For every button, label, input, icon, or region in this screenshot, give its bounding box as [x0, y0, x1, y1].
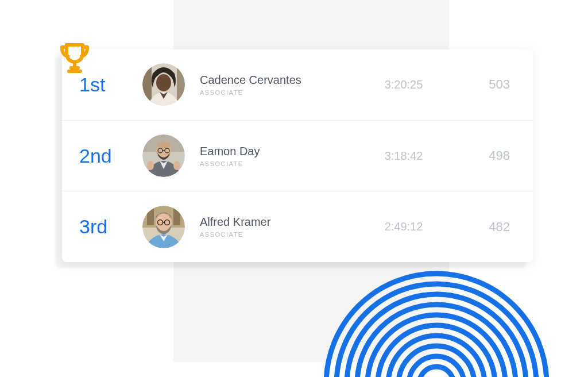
rank-label: 2nd	[79, 145, 142, 167]
person-info: Eamon Day ASSOCIATE	[200, 145, 361, 167]
svg-rect-28	[147, 208, 154, 225]
person-role: ASSOCIATE	[200, 231, 361, 238]
leaderboard-row: 3rd	[62, 191, 533, 262]
rank-label: 3rd	[79, 216, 142, 238]
svg-point-14	[156, 74, 171, 91]
time-value: 3:20:25	[361, 78, 447, 91]
score-value: 498	[447, 148, 510, 163]
svg-rect-13	[177, 63, 185, 106]
person-name: Cadence Cervantes	[200, 74, 361, 87]
person-name: Eamon Day	[200, 145, 361, 158]
avatar	[142, 134, 185, 177]
time-value: 3:18:42	[361, 149, 447, 163]
score-value: 503	[447, 77, 510, 92]
leaderboard-card: 1st Cade	[62, 49, 533, 262]
svg-point-0	[419, 367, 454, 377]
trophy-icon	[59, 41, 91, 77]
person-role: ASSOCIATE	[200, 89, 361, 96]
leaderboard-row: 1st Cade	[62, 49, 533, 121]
svg-rect-29	[173, 208, 180, 225]
person-role: ASSOCIATE	[200, 160, 361, 167]
svg-point-24	[173, 161, 180, 170]
svg-point-19	[157, 141, 171, 148]
avatar	[142, 63, 185, 106]
person-info: Cadence Cervantes ASSOCIATE	[200, 74, 361, 96]
score-value: 482	[447, 220, 510, 234]
leaderboard-row: 2nd	[62, 121, 533, 192]
time-value: 2:49:12	[361, 220, 447, 233]
svg-rect-12	[142, 63, 152, 106]
person-name: Alfred Kramer	[200, 216, 361, 229]
person-info: Alfred Kramer ASSOCIATE	[200, 216, 361, 238]
avatar	[142, 206, 185, 248]
svg-point-23	[147, 161, 154, 170]
